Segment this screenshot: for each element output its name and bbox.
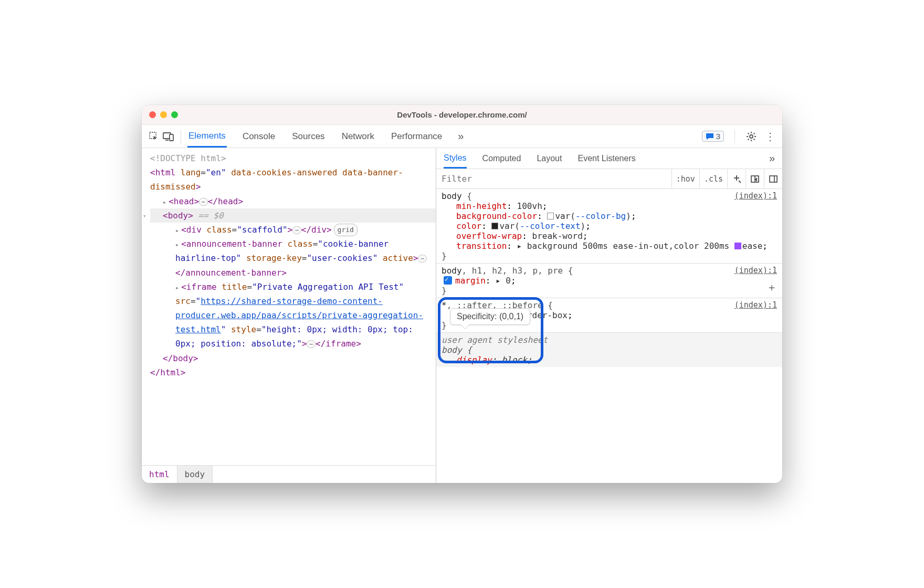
declaration-checkbox[interactable]	[444, 276, 452, 285]
div-scaffold[interactable]: <div class="scaffold">⋯</div>grid	[150, 223, 436, 237]
html-element[interactable]: <html lang="en" data-cookies-answered da…	[150, 165, 436, 194]
tab-event-listeners[interactable]: Event Listeners	[578, 149, 635, 167]
tab-styles[interactable]: Styles	[444, 149, 467, 169]
styles-tabs: Styles Computed Layout Event Listeners »	[436, 148, 782, 169]
more-styles-tabs-icon[interactable]: »	[769, 152, 775, 164]
panel-toggle-icon[interactable]	[764, 169, 782, 188]
body-close: </body>	[150, 351, 436, 365]
tab-computed[interactable]: Computed	[482, 149, 521, 167]
rule-source[interactable]: (index):1	[734, 266, 777, 275]
cls-toggle[interactable]: .cls	[699, 169, 727, 188]
iframe-element[interactable]: <iframe title="Private Aggregation API T…	[150, 280, 436, 351]
elements-panel: <!DOCTYPE html> <html lang="en" data-coo…	[142, 148, 436, 483]
svg-line-7	[739, 181, 741, 183]
rule-body[interactable]: (index):1 body { min-height: 100vh; back…	[436, 189, 782, 264]
device-toggle-icon[interactable]	[163, 131, 174, 142]
issues-badge[interactable]: 3	[702, 131, 724, 142]
more-tabs-icon[interactable]: »	[458, 130, 464, 142]
breadcrumbs: html body	[142, 465, 436, 483]
crumb-body[interactable]: body	[177, 466, 213, 483]
tab-performance[interactable]: Performance	[390, 126, 443, 146]
specificity-tooltip: Specificity: (0,0,1)	[438, 297, 543, 363]
separator	[734, 130, 735, 143]
crumb-html[interactable]: html	[142, 466, 177, 483]
gear-icon[interactable]	[746, 131, 757, 142]
styles-filterbar: :hov .cls	[436, 169, 782, 189]
separator	[181, 130, 181, 143]
svg-point-4	[750, 135, 753, 138]
body-element[interactable]: <body> == $0	[150, 208, 436, 223]
panel-tabs: Elements Console Sources Network Perform…	[187, 125, 464, 148]
tab-elements[interactable]: Elements	[187, 125, 227, 148]
svg-rect-9	[770, 176, 777, 182]
doctype: <!DOCTYPE html>	[150, 153, 226, 163]
issues-count: 3	[716, 132, 720, 141]
svg-rect-3	[170, 134, 173, 141]
tab-layout[interactable]: Layout	[537, 149, 562, 167]
new-rule-icon[interactable]	[727, 169, 746, 188]
tooltip-text: Specificity: (0,0,1)	[450, 308, 530, 325]
kebab-icon[interactable]: ⋮	[764, 131, 776, 142]
main-toolbar: Elements Console Sources Network Perform…	[142, 125, 782, 148]
head-element[interactable]: <head>⋯</head>	[150, 194, 436, 208]
rule-source[interactable]: (index):1	[734, 300, 777, 310]
add-declaration-icon[interactable]: ＋	[766, 280, 777, 295]
rule-source[interactable]: (index):1	[734, 191, 777, 201]
tab-console[interactable]: Console	[242, 126, 276, 146]
tab-network[interactable]: Network	[341, 126, 375, 146]
announcement-banner[interactable]: <announcement-banner class="cookie-banne…	[150, 237, 436, 280]
rule-selector: body {	[442, 191, 777, 201]
styles-filter-input[interactable]	[436, 174, 671, 184]
dom-tree[interactable]: <!DOCTYPE html> <html lang="en" data-coo…	[142, 148, 436, 465]
inspect-icon[interactable]	[148, 131, 160, 142]
window-title: DevTools - developer.chrome.com/	[142, 110, 782, 119]
rule-margin-reset[interactable]: (index):1 body, h1, h2, h3, p, pre { mar…	[436, 264, 782, 298]
hov-toggle[interactable]: :hov	[671, 169, 699, 188]
tab-sources[interactable]: Sources	[291, 126, 326, 146]
html-close: </html>	[150, 365, 436, 380]
titlebar: DevTools - developer.chrome.com/	[142, 105, 782, 125]
devtools-window: DevTools - developer.chrome.com/ Element…	[142, 105, 782, 483]
computed-toggle-icon[interactable]	[746, 169, 764, 188]
